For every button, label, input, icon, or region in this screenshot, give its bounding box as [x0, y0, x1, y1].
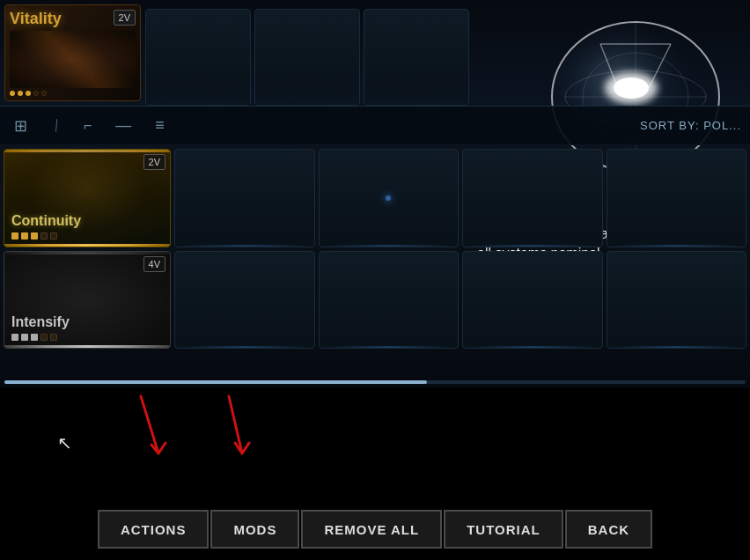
tutorial-button[interactable]: TUTORIAL [444, 510, 563, 549]
top-slot-3[interactable] [364, 9, 469, 106]
grid-slot-1-2[interactable] [174, 149, 315, 247]
top-bar: 2V Vitality [0, 0, 750, 106]
action-buttons-row: ACTIONS MODS REMOVE ALL TUTORIAL BACK [0, 507, 750, 560]
intensify-silver-bottom [4, 345, 170, 348]
actions-button[interactable]: ACTIONS [98, 510, 210, 549]
grid-slot-2-2[interactable] [174, 251, 315, 350]
vitality-art [10, 31, 136, 88]
mod-grid: 2V Continuity 4V Intensify [0, 145, 750, 352]
continuity-rank-dots [11, 232, 163, 239]
top-slot-2[interactable] [254, 9, 360, 106]
filter-icon-1[interactable]: ᛁ [44, 114, 67, 137]
vitality-rank-badge: 2V [114, 10, 136, 26]
continuity-mod[interactable]: 2V Continuity [4, 149, 171, 247]
grid-slot-2-3[interactable] [319, 251, 460, 350]
cursor-icon: ↖ [57, 432, 71, 450]
scrollbar-track[interactable] [4, 380, 746, 384]
vitality-card[interactable]: 2V Vitality [4, 4, 141, 101]
continuity-rank: 2V [143, 154, 165, 170]
grid-slot-1-3[interactable] [319, 149, 460, 247]
scrollbar-thumb[interactable] [4, 380, 427, 384]
bottom-content: ↖ [0, 387, 750, 507]
intensify-rank: 4V [143, 256, 165, 272]
filter-icon-lines[interactable]: ≡ [150, 114, 170, 137]
intensify-mod[interactable]: 4V Intensify [4, 251, 171, 350]
filter-icon-all[interactable]: ⊞ [9, 114, 33, 138]
grid-slot-1-4[interactable] [462, 149, 603, 247]
grid-slot-1-5[interactable] [607, 149, 747, 247]
filter-icon-dash[interactable]: — [110, 114, 136, 137]
filter-bar: ⊞ ᛁ ⌐ — ≡ SORT BY: POL... [0, 106, 750, 145]
intensify-name: Intensify [11, 314, 163, 330]
sort-label[interactable]: SORT BY: POL... [640, 119, 741, 132]
mods-button[interactable]: MODS [210, 510, 299, 549]
scrollbar-area[interactable] [0, 377, 750, 387]
intensify-rank-dots [11, 334, 163, 341]
continuity-name: Continuity [11, 213, 163, 229]
vitality-rank-dots [10, 91, 136, 96]
continuity-gold-bottom [4, 244, 170, 247]
back-button[interactable]: BACK [565, 510, 652, 549]
grid-slot-2-5[interactable] [607, 251, 747, 350]
annotation-arrows [88, 387, 335, 493]
top-slot-1[interactable] [145, 9, 251, 106]
game-area: 2V Vitality [0, 0, 750, 387]
remove-all-button[interactable]: REMOVE ALL [301, 510, 442, 549]
grid-slot-2-4[interactable] [462, 251, 603, 350]
filter-icon-2[interactable]: ⌐ [78, 115, 97, 136]
bottom-bar: ↖ ACTIONS MODS REMOVE ALL TUTORIAL BACK [0, 387, 750, 560]
svg-point-6 [614, 77, 649, 99]
